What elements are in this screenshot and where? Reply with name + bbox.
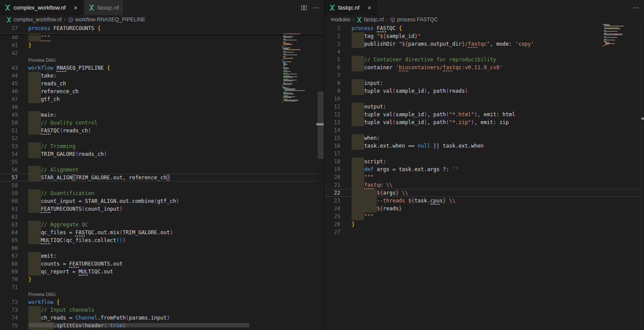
code-line[interactable]: 13tuple val(sample_id), path("*.zip"), e… [325, 118, 644, 126]
code-line[interactable]: 8input: [325, 79, 644, 87]
code-line[interactable]: 59// Quantification [0, 189, 324, 197]
code-editor-right[interactable]: 1process FASTQC {2tag "${sample_id}"3pub… [325, 24, 644, 330]
tab-fastqc-left[interactable]: fastqc.nf [84, 0, 124, 15]
tab-actions-left: ⋯ [301, 0, 319, 15]
sticky-scroll-line[interactable]: 27process FEATURECOUNTS { [0, 24, 324, 34]
code-line[interactable]: 20""" [325, 173, 644, 181]
code-line[interactable]: 49main: [0, 111, 324, 119]
code-line[interactable]: 58 [0, 182, 324, 189]
code-line[interactable]: 2tag "${sample_id}" [325, 32, 644, 40]
close-icon[interactable]: × [366, 4, 373, 11]
code-line[interactable]: 43workflow RNASEQ_PIPELINE { [0, 64, 324, 72]
code-line[interactable]: 41} [0, 41, 324, 49]
code-line[interactable]: 27 [325, 228, 644, 236]
code-line[interactable]: 14 [325, 126, 644, 134]
code-line[interactable]: 15when: [325, 134, 644, 142]
code-line[interactable]: 42 [0, 49, 324, 57]
code-line[interactable]: 9tuple val(sample_id), path(reads) [325, 87, 644, 95]
code-line[interactable]: 53// Trimming [0, 142, 324, 150]
code-line[interactable]: 6container 'biocontainers/fastqc:v0.11.9… [325, 64, 644, 71]
code-line[interactable]: 40""" [0, 34, 324, 41]
code-lines-left[interactable]: 40"""41}42Preview DAG43workflow RNASEQ_P… [0, 34, 324, 330]
code-line[interactable]: 50// Quality control [0, 119, 324, 127]
code-line[interactable]: 7 [325, 71, 644, 79]
code-line[interactable]: 60count_input = STAR_ALIGN.out.combine(g… [0, 197, 324, 205]
code-line[interactable]: 64qc_files = FASTQC.out.mix(TRIM_GALORE.… [0, 229, 324, 236]
code-line[interactable]: 57STAR_ALIGN(TRIM_GALORE.out, reference_… [0, 174, 324, 182]
editor-group-left: complex_workflow.nf × fastqc.nf ⋯ [0, 0, 324, 330]
code-line[interactable]: 69qc_report = MULTIQC.out [0, 268, 324, 276]
code-line[interactable]: 4 [325, 48, 644, 56]
breadcrumb-file[interactable]: complex_workflow.nf [6, 17, 62, 23]
code-line[interactable]: 3publishDir "${params.output_dir}/fastqc… [325, 40, 644, 48]
code-line[interactable]: 23--threads ${task.cpus} \\ [325, 197, 644, 205]
breadcrumb-symbol[interactable]: workflow RNASEQ_PIPELINE [68, 17, 145, 23]
code-editor-left[interactable]: 27process FEATURECOUNTS { 40"""41}42Prev… [0, 24, 324, 330]
code-line[interactable]: 67emit: [0, 252, 324, 260]
nextflow-file-icon [6, 17, 12, 23]
code-line[interactable]: 47gtf_ch [0, 95, 324, 103]
minimap-left[interactable] [282, 24, 318, 103]
breadcrumb-symbol[interactable]: process FASTQC [390, 17, 438, 23]
code-line[interactable]: 70} [0, 276, 324, 283]
code-line[interactable]: 72workflow { [0, 298, 324, 306]
code-line[interactable]: 61FEATURECOUNTS(count_input) [0, 205, 324, 213]
code-line[interactable]: 12tuple val(sample_id), path("*.html"), … [325, 111, 644, 118]
chevron-right-icon: › [64, 17, 66, 23]
nextflow-file-icon [329, 4, 335, 11]
code-line[interactable]: 62 [0, 213, 324, 221]
code-line[interactable]: 51FASTQC(reads_ch) [0, 127, 324, 135]
chevron-right-icon: › [386, 17, 388, 23]
breadcrumb-file[interactable]: fastqc.nf [356, 17, 383, 23]
code-lines-right[interactable]: 1process FASTQC {2tag "${sample_id}"3pub… [325, 24, 644, 236]
close-icon[interactable]: × [72, 4, 79, 11]
editor-group-sash[interactable] [324, 0, 325, 330]
tabbar-left: complex_workflow.nf × fastqc.nf ⋯ [0, 0, 324, 15]
tab-label: fastqc.nf [338, 4, 359, 11]
more-actions-icon[interactable]: ⋯ [633, 4, 640, 12]
code-line[interactable]: 25""" [325, 212, 644, 220]
code-line[interactable]: 71 [0, 283, 324, 291]
tab-fastqc-right[interactable]: fastqc.nf × [325, 0, 378, 15]
code-line[interactable]: 1process FASTQC { [325, 24, 644, 32]
code-line[interactable]: 24${reads} [325, 205, 644, 212]
code-line[interactable]: 11output: [325, 103, 644, 111]
tab-complex-workflow[interactable]: complex_workflow.nf × [0, 0, 84, 15]
more-actions-icon[interactable]: ⋯ [312, 4, 319, 12]
code-line[interactable]: 48 [0, 103, 324, 111]
code-line[interactable]: 21fastqc \\ [325, 181, 644, 189]
tab-label: fastqc.nf [97, 4, 119, 11]
code-line[interactable]: 26} [325, 220, 644, 228]
codelens-preview-dag[interactable]: Preview DAG [0, 291, 324, 298]
tabbar-right: fastqc.nf × ⋯ [325, 0, 644, 15]
code-line[interactable]: 54TRIM_GALORE(reads_ch) [0, 150, 324, 158]
code-line[interactable]: 18script: [325, 158, 644, 165]
code-line[interactable]: 55 [0, 158, 324, 166]
code-line[interactable]: 66 [0, 244, 324, 252]
nextflow-file-icon [4, 4, 11, 11]
code-line[interactable]: 52 [0, 135, 324, 142]
code-line[interactable]: 10 [325, 95, 644, 103]
breadcrumb-folder[interactable]: modules [331, 17, 350, 23]
code-line[interactable]: 44take: [0, 72, 324, 80]
code-line[interactable]: 68counts = FEATURECOUNTS.out [0, 260, 324, 268]
code-line[interactable]: 16task.ext.when == null || task.ext.when [325, 142, 644, 150]
code-line[interactable]: 17 [325, 150, 644, 158]
codelens-preview-dag[interactable]: Preview DAG [0, 57, 324, 64]
code-line[interactable]: 56// Alignment [0, 166, 324, 174]
scrollbar-track-border [641, 24, 641, 330]
code-line[interactable]: 74ch_reads = Channel.fromPath(params.inp… [0, 314, 324, 322]
code-line[interactable]: 22${args} \\ [325, 189, 644, 197]
code-line[interactable]: 45reads_ch [0, 80, 324, 88]
minimap-right[interactable] [603, 24, 633, 47]
code-line[interactable]: 73// Input channels [0, 306, 324, 314]
code-line[interactable]: 63// Aggregate QC [0, 221, 324, 229]
overview-ruler-cursor-mark [316, 123, 324, 125]
code-line[interactable]: 19def args = task.ext.args ?: '' [325, 165, 644, 173]
split-editor-icon[interactable] [301, 5, 307, 11]
code-line[interactable]: 5// Container directive for reproducibil… [325, 56, 644, 64]
vscode-window: complex_workflow.nf × fastqc.nf ⋯ [0, 0, 644, 330]
code-line[interactable]: 65MULTIQC(qc_files.collect()) [0, 236, 324, 244]
code-line[interactable]: 46reference_ch [0, 88, 324, 95]
horizontal-scrollbar-thumb[interactable] [29, 323, 249, 327]
